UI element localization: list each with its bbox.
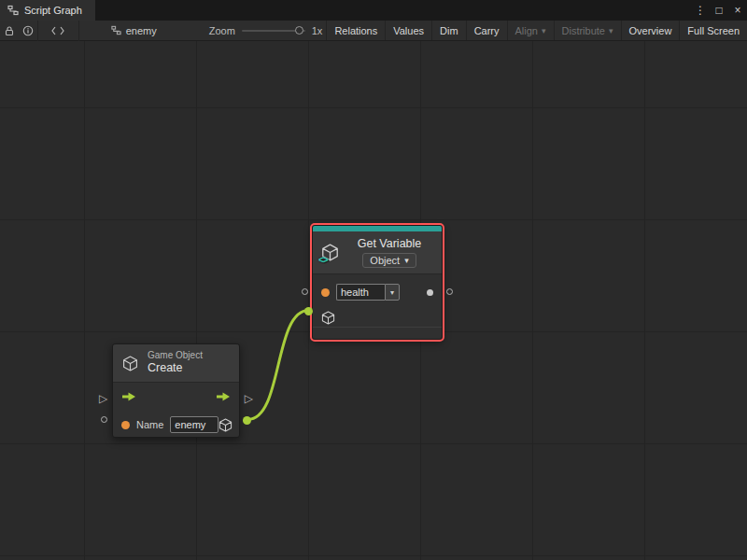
node-footer	[313, 327, 442, 339]
node-category: Game Object	[148, 350, 203, 362]
flow-in-arrow-icon	[121, 391, 136, 402]
variable-cube-icon: <>	[321, 244, 339, 261]
object-input-row	[313, 306, 442, 329]
graph-breadcrumb[interactable]: enemy	[111, 25, 157, 36]
tab-title: Script Graph	[24, 5, 82, 16]
values-button[interactable]: Values	[385, 21, 431, 40]
tab-script-graph[interactable]: Script Graph	[0, 0, 95, 21]
node-title: Get Variable	[358, 237, 422, 250]
node-game-object-create[interactable]: Game Object Create Name ▷ ▷	[112, 343, 240, 438]
node-get-variable[interactable]: <> Get Variable Object ▾ health ▾	[312, 225, 443, 340]
object-input-cube-icon	[321, 311, 335, 325]
variable-name-dropdown[interactable]: ▾	[385, 284, 400, 301]
close-icon[interactable]: ×	[728, 0, 747, 21]
code-brackets-icon: <>	[318, 255, 328, 265]
chevron-down-icon: ▾	[404, 256, 409, 265]
chevron-down-icon: ▾	[390, 288, 394, 297]
flow-output-port[interactable]: ▷	[245, 393, 253, 404]
zoom-label: Zoom	[209, 25, 235, 36]
zoom-slider[interactable]	[242, 30, 305, 32]
graph-asset-icon	[111, 25, 121, 35]
name-port-label: Name	[136, 419, 163, 430]
flow-out-arrow-icon	[216, 391, 231, 402]
value-port-dot	[121, 421, 130, 429]
value-output-dot	[427, 289, 433, 296]
get-variable-header[interactable]: <> Get Variable Object ▾	[313, 231, 442, 274]
name-row: Name	[113, 411, 239, 439]
game-object-cube-icon	[122, 356, 138, 371]
window-controls: ⋮ □ ×	[691, 0, 747, 21]
toolbar-separator	[78, 21, 79, 41]
overview-button[interactable]: Overview	[621, 21, 680, 40]
align-button[interactable]: Align▾	[507, 21, 554, 40]
chevron-down-icon: ▾	[542, 26, 546, 35]
variable-scope-dropdown[interactable]: Object ▾	[362, 253, 416, 268]
connection-edge[interactable]	[248, 311, 309, 420]
node-title: Create	[148, 361, 203, 376]
name-input-port[interactable]	[101, 416, 107, 423]
dim-button[interactable]: Dim	[431, 21, 466, 40]
variable-name-row: health ▾	[313, 278, 442, 306]
full-screen-button[interactable]: Full Screen	[679, 21, 747, 40]
graph-toolbar: enemy Zoom 1x Relations Values Dim Carry…	[0, 21, 747, 41]
name-input[interactable]	[170, 416, 218, 433]
value-output-port[interactable]	[446, 288, 453, 295]
distribute-button[interactable]: Distribute▾	[554, 21, 621, 40]
relations-button[interactable]: Relations	[326, 21, 385, 40]
chevron-down-icon: ▾	[609, 26, 613, 35]
variable-name-value[interactable]: health	[336, 284, 385, 301]
zoom-value: 1x	[312, 25, 323, 36]
code-view-button[interactable]	[38, 21, 78, 41]
value-port-dot	[321, 288, 330, 297]
title-bar: Script Graph ⋮ □ ×	[0, 0, 747, 21]
flow-input-port[interactable]: ▷	[99, 393, 107, 404]
toolbar-buttons: Relations Values Dim Carry Align▾ Distri…	[326, 21, 747, 40]
game-object-output-port[interactable]	[243, 416, 251, 425]
info-button[interactable]	[19, 21, 37, 41]
game-object-output-icon	[218, 418, 233, 432]
create-node-header[interactable]: Game Object Create	[113, 344, 239, 383]
variable-name-input-port[interactable]	[302, 288, 308, 295]
maximize-icon[interactable]: □	[710, 0, 728, 21]
window-menu-icon[interactable]: ⋮	[691, 0, 710, 21]
flow-row	[113, 383, 239, 411]
script-graph-icon	[7, 5, 19, 16]
lock-button[interactable]	[0, 21, 19, 41]
graph-canvas[interactable]: Game Object Create Name ▷ ▷	[0, 41, 747, 560]
object-input-port[interactable]	[304, 307, 313, 315]
script-graph-window: { "window": { "tab_title": "Script Graph…	[0, 0, 747, 560]
graph-name: enemy	[126, 25, 157, 36]
carry-button[interactable]: Carry	[466, 21, 507, 40]
variable-name-field[interactable]: health ▾	[336, 284, 400, 301]
zoom-slider-handle[interactable]	[295, 26, 303, 35]
